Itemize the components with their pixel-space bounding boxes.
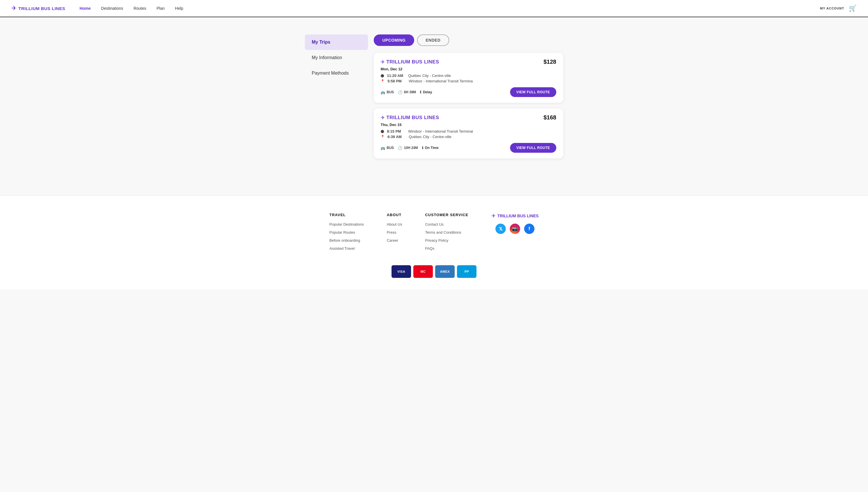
sidebar-item-my-trips[interactable]: My Trips	[305, 34, 368, 50]
trip-price-2: $168	[544, 114, 556, 121]
trip-logo-1: ✈ TRILLIUM BUS LINES	[380, 59, 439, 65]
sidebar-item-my-information[interactable]: My Information	[305, 50, 368, 66]
navbar: ✈ TRILLIUM BUS LINES Home Destinations R…	[0, 0, 868, 17]
mastercard-badge: MC	[413, 265, 433, 278]
nav-links: Home Destinations Routes Plan Help	[79, 6, 820, 11]
footer-logo-icon: ✈	[491, 213, 496, 219]
page-content: My Trips My Information Payment Methods …	[305, 34, 563, 178]
arrival-time-1: 5:58 PM	[388, 79, 406, 83]
nav-item-help[interactable]: Help	[175, 6, 183, 11]
footer-grid: TRAVEL Popular Destinations Popular Rout…	[23, 213, 845, 254]
arrival-icon-2: 📍	[380, 135, 385, 139]
status-icon-1: ℹ	[420, 90, 421, 94]
footer-about-heading: ABOUT	[387, 213, 402, 217]
footer-travel-link-3[interactable]: Before onboarding	[329, 238, 364, 243]
tab-upcoming[interactable]: UPCOMING	[374, 34, 414, 46]
visa-badge: VISA	[392, 265, 411, 278]
footer-customer-heading: CUSTOMER SERVICE	[425, 213, 468, 217]
departure-time-2: 8:15 PM	[387, 129, 405, 133]
main-content: UPCOMING ENDED ✈ TRILLIUM BUS LINES $128…	[368, 34, 563, 178]
departure-icon-2: ⬤	[380, 129, 384, 133]
trip-transport-2: 🚌 BUS	[380, 146, 394, 150]
departure-location-1: Québec City - Centre-ville	[408, 73, 451, 78]
footer-travel-link-2[interactable]: Popular Routes	[329, 230, 364, 235]
departure-icon-1: ⬤	[380, 74, 384, 77]
social-icons: 𝕏 📷 f	[495, 224, 535, 234]
trip-card-2: ✈ TRILLIUM BUS LINES $168 Thu, Dec 15 ⬤ …	[374, 108, 563, 158]
tab-ended[interactable]: ENDED	[417, 34, 449, 46]
footer-brand: ✈ TRILLIUM BUS LINES 𝕏 📷 f	[491, 213, 539, 254]
footer-about-link-3[interactable]: Career	[387, 238, 402, 243]
nav-logo[interactable]: ✈ TRILLIUM BUS LINES	[11, 5, 65, 12]
trip-duration-1: 🕐 6H 38M	[398, 90, 416, 94]
footer-logo-text: TRILLIUM BUS LINES	[497, 214, 539, 218]
trip-stops-2: ⬤ 8:15 PM Windsor - International Transi…	[380, 129, 556, 139]
trip-duration-2: 🕐 10H 24M	[398, 146, 418, 150]
sidebar-item-payment-methods[interactable]: Payment Methods	[305, 66, 368, 81]
trip-card-1: ✈ TRILLIUM BUS LINES $128 Mon, Dec 12 ⬤ …	[374, 53, 563, 103]
footer-customer-link-2[interactable]: Terms and Conditions	[425, 230, 468, 235]
footer-logo: ✈ TRILLIUM BUS LINES	[491, 213, 539, 219]
instagram-icon[interactable]: 📷	[510, 224, 520, 234]
trip-departure-2: ⬤ 8:15 PM Windsor - International Transi…	[380, 129, 556, 133]
footer-travel: TRAVEL Popular Destinations Popular Rout…	[329, 213, 364, 254]
amex-badge: AMEX	[435, 265, 455, 278]
facebook-icon[interactable]: f	[524, 224, 535, 234]
arrival-location-1: Windsor - International Transit Termina	[409, 79, 473, 83]
footer-travel-link-4[interactable]: Assisted Travel	[329, 246, 364, 251]
departure-location-2: Windsor - International Transit Terminal	[408, 129, 473, 133]
account-label[interactable]: MY ACCOUNT	[820, 7, 844, 10]
clock-icon-2: 🕐	[398, 146, 402, 150]
trip-arrival-2: 📍 6:39 AM Québec City - Centre-ville	[380, 134, 556, 139]
nav-item-destinations[interactable]: Destinations	[101, 6, 123, 11]
sidebar: My Trips My Information Payment Methods	[305, 34, 368, 178]
trip-card-header-1: ✈ TRILLIUM BUS LINES $128	[380, 58, 556, 65]
trip-transport-1: 🚌 BUS	[380, 90, 394, 94]
twitter-icon[interactable]: 𝕏	[495, 224, 506, 234]
footer-customer-link-3[interactable]: Privacy Policy	[425, 238, 468, 243]
trip-logo-2: ✈ TRILLIUM BUS LINES	[380, 115, 439, 121]
trip-departure-1: ⬤ 11:20 AM Québec City - Centre-ville	[380, 73, 556, 78]
trip-logo-icon-1: ✈	[380, 59, 385, 65]
nav-item-routes[interactable]: Routes	[133, 6, 146, 11]
footer-customer-link-4[interactable]: FAQs	[425, 246, 468, 251]
status-icon-2: ℹ	[422, 146, 423, 150]
footer-customer-link-1[interactable]: Contact Us	[425, 222, 468, 227]
clock-icon-1: 🕐	[398, 90, 402, 94]
view-route-button-2[interactable]: VIEW FULL ROUTE	[510, 143, 556, 153]
footer-about: ABOUT About Us Press Career	[387, 213, 402, 254]
arrival-time-2: 6:39 AM	[388, 134, 406, 139]
arrival-location-2: Québec City - Centre-ville	[409, 134, 451, 139]
trip-status-2: ℹ On Time	[422, 146, 439, 150]
nav-item-home[interactable]: Home	[79, 6, 91, 11]
footer-travel-heading: TRAVEL	[329, 213, 364, 217]
trip-card-header-2: ✈ TRILLIUM BUS LINES $168	[380, 114, 556, 121]
nav-item-plan[interactable]: Plan	[156, 6, 165, 11]
trip-logo-icon-2: ✈	[380, 115, 385, 121]
payment-icons: VISA MC AMEX PP	[23, 265, 845, 278]
paypal-badge: PP	[457, 265, 476, 278]
trip-logo-text-2: TRILLIUM BUS LINES	[386, 115, 439, 121]
trip-logo-text-1: TRILLIUM BUS LINES	[386, 59, 439, 65]
footer-about-link-1[interactable]: About Us	[387, 222, 402, 227]
trip-price-1: $128	[544, 58, 556, 65]
trip-stops-1: ⬤ 11:20 AM Québec City - Centre-ville 📍 …	[380, 73, 556, 83]
view-route-button-1[interactable]: VIEW FULL ROUTE	[510, 87, 556, 97]
footer-travel-link-1[interactable]: Popular Destinations	[329, 222, 364, 227]
departure-time-1: 11:20 AM	[387, 73, 405, 78]
nav-right: MY ACCOUNT 🛒	[820, 5, 857, 12]
footer-customer: CUSTOMER SERVICE Contact Us Terms and Co…	[425, 213, 468, 254]
bus-icon-1: 🚌	[380, 90, 385, 94]
logo-icon: ✈	[11, 5, 17, 12]
trip-footer-1: 🚌 BUS 🕐 6H 38M ℹ Delay VIEW FULL ROUTE	[380, 87, 556, 97]
footer-about-link-2[interactable]: Press	[387, 230, 402, 235]
logo-text: TRILLIUM BUS LINES	[18, 6, 65, 11]
footer: TRAVEL Popular Destinations Popular Rout…	[0, 195, 868, 289]
arrival-icon-1: 📍	[380, 79, 385, 83]
trip-arrival-1: 📍 5:58 PM Windsor - International Transi…	[380, 79, 556, 83]
cart-icon[interactable]: 🛒	[849, 5, 857, 12]
trip-footer-2: 🚌 BUS 🕐 10H 24M ℹ On Time VIEW FULL ROUT…	[380, 143, 556, 153]
bus-icon-2: 🚌	[380, 146, 385, 150]
trip-date-1: Mon, Dec 12	[380, 67, 556, 71]
trip-status-1: ℹ Delay	[420, 90, 432, 94]
